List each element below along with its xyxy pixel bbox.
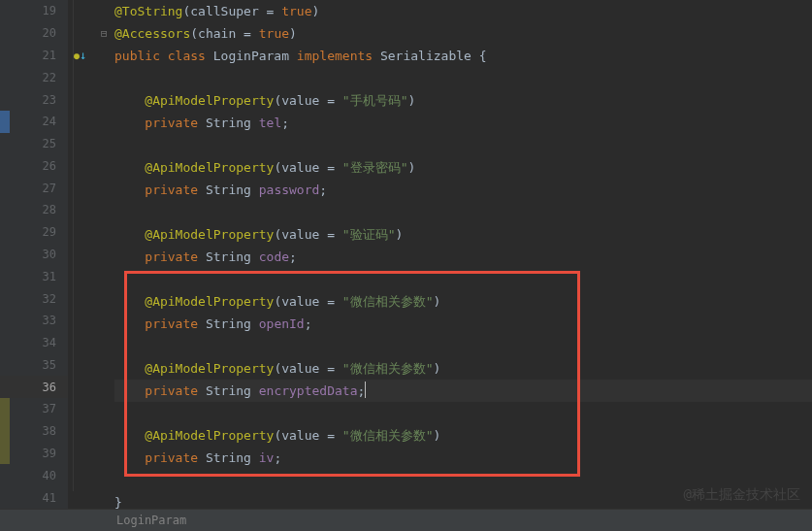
line-number: 21 bbox=[0, 45, 68, 67]
code-editor[interactable]: 1920212223242526272829303132333435363738… bbox=[0, 0, 812, 509]
line-number: 29 bbox=[0, 221, 68, 244]
breadcrumb-item[interactable]: LoginParam bbox=[116, 514, 186, 527]
fold-icon[interactable]: ⊟ bbox=[101, 27, 111, 37]
code-line[interactable]: public class LoginParam implements Seria… bbox=[114, 45, 812, 67]
line-number: 28 bbox=[0, 199, 68, 221]
change-marker bbox=[0, 443, 10, 465]
code-line[interactable]: private String openId; bbox=[114, 313, 812, 335]
code-line[interactable] bbox=[114, 201, 812, 223]
line-number: 19 bbox=[0, 0, 68, 22]
code-line[interactable]: private String password; bbox=[114, 179, 812, 201]
code-line[interactable] bbox=[114, 67, 812, 89]
code-line[interactable]: private String iv; bbox=[114, 447, 812, 469]
line-number: 25 bbox=[0, 133, 68, 155]
text-cursor bbox=[365, 382, 366, 398]
code-line[interactable]: private String encryptedData; bbox=[114, 380, 812, 402]
code-line[interactable]: @ApiModelProperty(value = "手机号码") bbox=[114, 89, 812, 112]
code-line[interactable]: @Accessors(chain = true) bbox=[114, 22, 812, 45]
code-line[interactable]: @ApiModelProperty(value = "微信相关参数") bbox=[114, 290, 812, 313]
line-number: 22 bbox=[0, 66, 68, 88]
code-line[interactable]: private String code; bbox=[114, 246, 812, 268]
line-number: 33 bbox=[0, 310, 68, 332]
line-number: 35 bbox=[0, 354, 68, 377]
line-number: 31 bbox=[0, 265, 68, 287]
code-line[interactable]: @ToString(callSuper = true) bbox=[114, 0, 812, 22]
line-number: 24 bbox=[0, 111, 68, 133]
code-line[interactable]: @ApiModelProperty(value = "微信相关参数") bbox=[114, 424, 812, 447]
line-number: 34 bbox=[0, 332, 68, 354]
line-number: 40 bbox=[0, 464, 68, 486]
line-number: 39 bbox=[0, 443, 68, 465]
code-line[interactable]: @ApiModelProperty(value = "登录密码") bbox=[114, 156, 812, 179]
line-number: 32 bbox=[0, 287, 68, 310]
code-line[interactable] bbox=[114, 335, 812, 357]
code-line[interactable]: @ApiModelProperty(value = "微信相关参数") bbox=[114, 357, 812, 380]
change-marker bbox=[0, 398, 10, 420]
line-number: 20 bbox=[0, 22, 68, 45]
line-number: 30 bbox=[0, 244, 68, 266]
code-area[interactable]: @ToString(callSuper = true)@Accessors(ch… bbox=[68, 0, 812, 509]
code-line[interactable]: private String tel; bbox=[114, 112, 812, 134]
line-number: 26 bbox=[0, 154, 68, 177]
gutter: 1920212223242526272829303132333435363738… bbox=[0, 0, 68, 509]
line-number: 41 bbox=[0, 486, 68, 509]
line-number: 37 bbox=[0, 398, 68, 420]
code-line[interactable] bbox=[114, 402, 812, 424]
implements-icon[interactable]: ●↓ bbox=[74, 49, 86, 62]
line-number: 27 bbox=[0, 177, 68, 199]
change-marker bbox=[0, 111, 10, 133]
code-line[interactable] bbox=[114, 268, 812, 290]
line-number: 38 bbox=[0, 420, 68, 443]
line-number: 36 bbox=[0, 376, 68, 398]
code-line[interactable]: @ApiModelProperty(value = "验证码") bbox=[114, 223, 812, 246]
code-line[interactable] bbox=[114, 134, 812, 156]
line-number: 23 bbox=[0, 88, 68, 111]
indent-guide bbox=[73, 0, 74, 491]
watermark: @稀土掘金技术社区 bbox=[684, 486, 800, 504]
change-marker bbox=[0, 420, 10, 443]
